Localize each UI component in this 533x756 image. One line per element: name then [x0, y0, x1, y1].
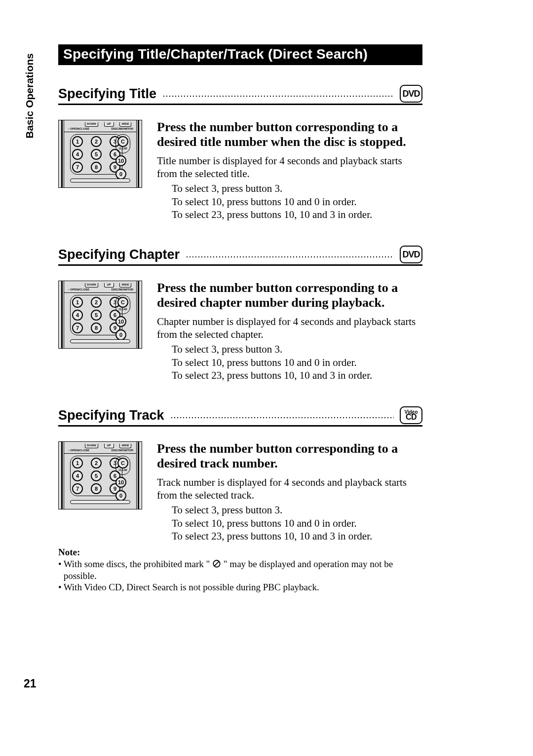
remote-top-button: WIDE	[119, 444, 131, 448]
description: Chapter number is displayed for 4 second…	[157, 315, 422, 341]
remote-label: ↔OPEN/CLOSE	[67, 288, 89, 291]
keypad-button-5: 5	[91, 310, 102, 321]
keypad-button-8: 8	[91, 483, 102, 494]
remote-label: DISC/MONITOR	[112, 288, 133, 291]
sidebar-section-label: Basic Operations	[24, 53, 36, 139]
keypad-button-0: 0	[115, 329, 126, 340]
remote-top-button: DOWN	[85, 283, 98, 288]
keypad-button-8: 8	[91, 323, 102, 333]
remote-top-button: UP	[104, 283, 114, 288]
note-text-pre: With some discs, the prohibited mark "	[64, 559, 210, 569]
dotted-rule	[170, 412, 394, 419]
section-heading: Specifying Track	[58, 408, 164, 423]
example-line: To select 23, press buttons 10, 10 and 3…	[172, 530, 422, 542]
note-item: With some discs, the prohibited mark " "…	[58, 558, 422, 582]
remote-bottom-bar	[70, 339, 130, 343]
svg-line-1	[214, 561, 219, 566]
remote-top-button: WIDE	[119, 122, 131, 127]
remote-keypad-illustration: X DOWN UP WIDE ↔OPEN/CLOSE DISC/MONITOR	[58, 441, 142, 509]
video-cd-badge-icon: Video CD	[400, 406, 422, 424]
page-content: Specifying Title/Chapter/Track (Direct S…	[58, 44, 422, 618]
dvd-badge-icon: DVD	[400, 246, 422, 263]
keypad-button-1: 1	[72, 136, 83, 147]
note-block: Note: With some discs, the prohibited ma…	[58, 546, 422, 593]
note-title: Note:	[58, 546, 422, 558]
keypad-button-4: 4	[72, 470, 83, 481]
keypad-button-clear: C	[117, 136, 128, 147]
keypad-button-clear: C	[117, 297, 128, 308]
keypad-button-5: 5	[91, 470, 102, 481]
keypad-button-2: 2	[91, 297, 102, 308]
keypad-button-5: 5	[91, 149, 102, 160]
remote-label: DISC/MONITOR	[112, 127, 133, 130]
keypad-button-7: 7	[72, 483, 83, 494]
remote-label: ↔OPEN/CLOSE	[67, 127, 89, 130]
dotted-rule	[186, 251, 394, 258]
keypad-button-7: 7	[72, 323, 83, 333]
remote-keypad-illustration: X DOWN UP WIDE ↔OPEN/CLOSE DISC/MONITOR	[58, 120, 142, 188]
dvd-badge-icon: DVD	[400, 85, 422, 103]
keypad-label-clear: CLEAR	[117, 469, 128, 471]
description: Track number is displayed for 4 seconds …	[157, 476, 422, 502]
keypad-button-1: 1	[72, 458, 83, 468]
keypad-button-4: 4	[72, 310, 83, 321]
example-line: To select 3, press button 3.	[172, 182, 422, 195]
description: Title number is displayed for 4 seconds …	[157, 154, 422, 180]
keypad-button-10: 10	[115, 316, 126, 327]
keypad-button-10: 10	[115, 155, 126, 166]
keypad-button-2: 2	[91, 136, 102, 147]
remote-bottom-bar	[70, 500, 130, 504]
remote-top-button: UP	[104, 122, 114, 127]
keypad-button-0: 0	[115, 490, 126, 501]
keypad-button-0: 0	[115, 169, 126, 180]
example-line: To select 23, press buttons 10, 10 and 3…	[172, 208, 422, 221]
lead-instruction: Press the number button corresponding to…	[157, 120, 422, 149]
keypad-button-clear: C	[117, 458, 128, 468]
remote-keypad-illustration: X DOWN UP WIDE ↔OPEN/CLOSE DISC/MONITOR	[58, 281, 142, 349]
section-specifying-title: Specifying Title DVD X DOWN UP WIDE ↔OPE…	[58, 85, 422, 221]
example-line: To select 3, press button 3.	[172, 504, 422, 516]
keypad-button-7: 7	[72, 162, 83, 173]
note-item: With Video CD, Direct Search is not poss…	[58, 581, 422, 593]
section-specifying-chapter: Specifying Chapter DVD X DOWN UP WIDE ↔O…	[58, 246, 422, 382]
lead-instruction: Press the number button corresponding to…	[157, 441, 422, 471]
section-specifying-track: Specifying Track Video CD X DOWN UP WIDE…	[58, 406, 422, 593]
prohibited-icon	[212, 559, 221, 568]
remote-bottom-bar	[70, 179, 130, 182]
remote-top-button: DOWN	[85, 444, 98, 448]
page-number: 21	[24, 677, 37, 690]
section-heading: Specifying Title	[58, 86, 156, 102]
keypad-button-1: 1	[72, 297, 83, 308]
main-heading-bar: Specifying Title/Chapter/Track (Direct S…	[58, 44, 422, 65]
badge-bottom-text: CD	[406, 414, 417, 421]
remote-top-button: WIDE	[119, 283, 131, 288]
remote-top-button: DOWN	[85, 122, 98, 127]
example-line: To select 3, press button 3.	[172, 343, 422, 356]
dotted-rule	[162, 90, 394, 97]
lead-instruction: Press the number button corresponding to…	[157, 281, 422, 310]
example-line: To select 10, press buttons 10 and 0 in …	[172, 517, 422, 530]
example-line: To select 23, press buttons 10, 10 and 3…	[172, 369, 422, 382]
main-heading: Specifying Title/Chapter/Track (Direct S…	[63, 46, 418, 62]
section-heading: Specifying Chapter	[58, 247, 180, 262]
example-line: To select 10, press buttons 10 and 0 in …	[172, 356, 422, 369]
remote-label: DISC/MONITOR	[112, 449, 133, 452]
remote-top-button: UP	[104, 444, 114, 448]
remote-label: ↔OPEN/CLOSE	[67, 449, 89, 452]
keypad-button-4: 4	[72, 149, 83, 160]
keypad-label-clear: CLEAR	[117, 147, 128, 150]
example-line: To select 10, press buttons 10 and 0 in …	[172, 195, 422, 208]
keypad-label-clear: CLEAR	[117, 308, 128, 311]
keypad-button-8: 8	[91, 162, 102, 173]
keypad-button-10: 10	[115, 477, 126, 488]
keypad-button-2: 2	[91, 458, 102, 468]
